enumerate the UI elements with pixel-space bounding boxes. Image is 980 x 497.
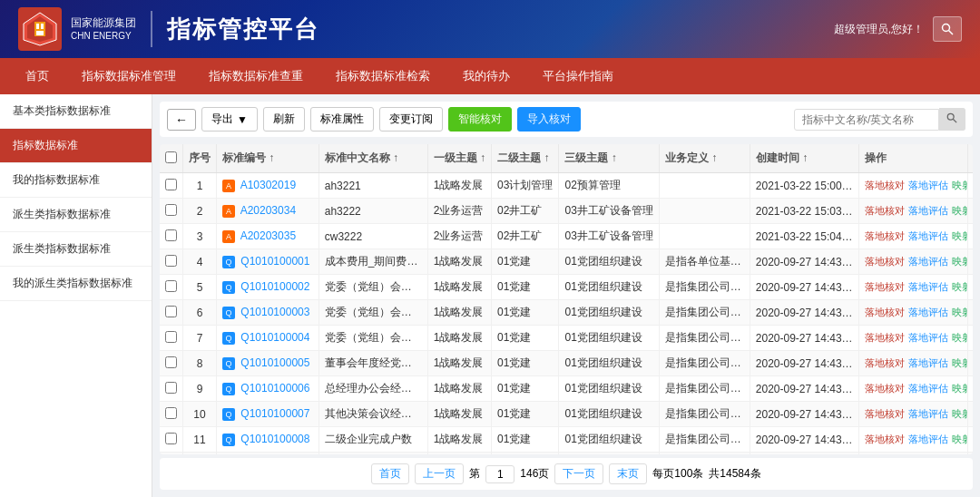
nav-standard-mgmt[interactable]: 指标数据标准管理: [65, 58, 192, 94]
page-first-btn[interactable]: 首页: [371, 463, 409, 484]
action-landing[interactable]: 落地核对: [865, 255, 905, 268]
row-checkbox[interactable]: [165, 306, 177, 317]
import-button[interactable]: 导入核对: [517, 107, 581, 132]
row-checkbox[interactable]: [165, 356, 177, 368]
col-header-l2[interactable]: 二级主题 ↑: [492, 144, 559, 173]
row-checkbox[interactable]: [165, 255, 177, 267]
row-checkbox[interactable]: [165, 331, 177, 343]
action-recommend[interactable]: 映射推荐: [952, 280, 968, 294]
action-recommend[interactable]: 映射推荐: [952, 179, 968, 192]
row-check[interactable]: [160, 453, 183, 455]
row-code[interactable]: Q Q1010100008: [217, 427, 319, 453]
row-name[interactable]: cw3222: [318, 224, 427, 249]
action-eval[interactable]: 落地评估: [908, 229, 948, 243]
row-check[interactable]: [160, 351, 183, 376]
select-all-checkbox[interactable]: [165, 151, 177, 163]
action-recommend[interactable]: 映射推荐: [952, 433, 968, 446]
row-checkbox[interactable]: [165, 433, 177, 444]
smart-button[interactable]: 智能核对: [448, 107, 512, 132]
search-button[interactable]: [939, 108, 965, 131]
row-checkbox[interactable]: [165, 204, 177, 216]
action-eval[interactable]: 落地评估: [908, 433, 948, 446]
row-name[interactable]: 党委（党组）会审议...: [318, 300, 427, 326]
subscribe-button[interactable]: 变更订阅: [379, 107, 443, 132]
action-recommend[interactable]: 映射推荐: [952, 331, 968, 345]
row-check[interactable]: [160, 173, 183, 199]
action-landing[interactable]: 落地核对: [865, 331, 905, 345]
row-name[interactable]: 二级企业完成户数: [318, 427, 427, 453]
row-code-link[interactable]: Q1010100005: [240, 356, 309, 369]
action-recommend[interactable]: 映射推荐: [952, 356, 968, 370]
row-check[interactable]: [160, 199, 183, 224]
row-code[interactable]: Q Q1010100004: [217, 326, 319, 351]
action-eval[interactable]: 落地评估: [908, 331, 948, 345]
action-recommend[interactable]: 映射推荐: [952, 204, 968, 218]
row-code-link[interactable]: A20203034: [240, 204, 296, 217]
row-check[interactable]: [160, 427, 183, 453]
row-code-link[interactable]: A10302019: [240, 179, 296, 191]
row-code[interactable]: A A20203035: [217, 224, 319, 249]
col-header-l3[interactable]: 三级主题 ↑: [559, 144, 659, 173]
row-check[interactable]: [160, 300, 183, 326]
row-name[interactable]: 总经理办公会经党委...: [318, 376, 427, 402]
action-recommend[interactable]: 映射推荐: [952, 382, 968, 395]
row-checkbox[interactable]: [165, 229, 177, 241]
row-code-link[interactable]: Q1010100003: [240, 306, 309, 318]
page-last-btn[interactable]: 末页: [609, 463, 647, 484]
sidebar-item-derived2[interactable]: 派生类指标数据标准: [0, 232, 152, 267]
action-recommend[interactable]: 映射推荐: [952, 255, 968, 268]
action-recommend[interactable]: 映射推荐: [952, 229, 968, 243]
action-eval[interactable]: 落地评估: [908, 306, 948, 319]
refresh-button[interactable]: 刷新: [263, 107, 305, 132]
row-code-link[interactable]: A20203035: [240, 229, 296, 242]
col-header-def[interactable]: 业务定义 ↑: [659, 144, 750, 173]
nav-standard-search[interactable]: 指标数据标准检索: [319, 58, 446, 94]
row-check[interactable]: [160, 224, 183, 249]
sidebar-item-basic[interactable]: 基本类指标数据标准: [0, 94, 152, 129]
row-name[interactable]: 二级企业户数: [318, 453, 427, 455]
row-code[interactable]: Q Q1010100001: [217, 249, 319, 275]
row-check[interactable]: [160, 376, 183, 402]
row-code[interactable]: Q Q1010100007: [217, 402, 319, 427]
col-header-name[interactable]: 标准中文名称 ↑: [318, 144, 427, 173]
row-name[interactable]: 成本费用_期间费用_...: [318, 249, 427, 275]
row-code[interactable]: Q Q1010100002: [217, 275, 319, 300]
action-landing[interactable]: 落地核对: [865, 382, 905, 395]
row-checkbox[interactable]: [165, 382, 177, 394]
row-code[interactable]: Q Q1010100003: [217, 300, 319, 326]
nav-standard-dedup[interactable]: 指标数据标准查重: [192, 58, 319, 94]
col-header-creator[interactable]: 创建人 ↑: [967, 144, 973, 173]
row-check[interactable]: [160, 326, 183, 351]
search-input[interactable]: [794, 109, 939, 131]
row-code[interactable]: A A10302019: [217, 173, 319, 199]
col-header-l1[interactable]: 一级主题 ↑: [427, 144, 491, 173]
row-code-link[interactable]: Q1010100007: [240, 407, 309, 420]
action-eval[interactable]: 落地评估: [908, 280, 948, 294]
action-landing[interactable]: 落地核对: [865, 433, 905, 446]
row-name[interactable]: ah3222: [318, 199, 427, 224]
row-checkbox[interactable]: [165, 407, 177, 419]
row-code-link[interactable]: Q1010100008: [240, 433, 309, 445]
nav-guide[interactable]: 平台操作指南: [526, 58, 630, 94]
export-button[interactable]: 导出 ▼: [201, 107, 258, 132]
page-next-btn[interactable]: 下一页: [554, 463, 603, 484]
row-code-link[interactable]: Q1010100002: [240, 280, 309, 293]
action-landing[interactable]: 落地核对: [865, 280, 905, 294]
action-eval[interactable]: 落地评估: [908, 179, 948, 192]
nav-pending[interactable]: 我的待办: [446, 58, 526, 94]
row-code-link[interactable]: Q1010100001: [240, 255, 309, 268]
action-eval[interactable]: 落地评估: [908, 382, 948, 395]
row-code-link[interactable]: Q1010100004: [240, 331, 309, 344]
row-check[interactable]: [160, 249, 183, 275]
back-button[interactable]: ←: [167, 109, 196, 131]
action-eval[interactable]: 落地评估: [908, 255, 948, 268]
row-code[interactable]: A A20203034: [217, 199, 319, 224]
col-header-time[interactable]: 创建时间 ↑: [750, 144, 858, 173]
sidebar-item-my-derived[interactable]: 我的派生类指标数据标准: [0, 267, 152, 301]
col-header-code[interactable]: 标准编号 ↑: [217, 144, 319, 173]
action-landing[interactable]: 落地核对: [865, 179, 905, 192]
nav-home[interactable]: 首页: [9, 58, 65, 94]
props-button[interactable]: 标准属性: [310, 107, 374, 132]
sidebar-item-standard[interactable]: 指标数据标准: [0, 129, 152, 163]
action-eval[interactable]: 落地评估: [908, 407, 948, 421]
